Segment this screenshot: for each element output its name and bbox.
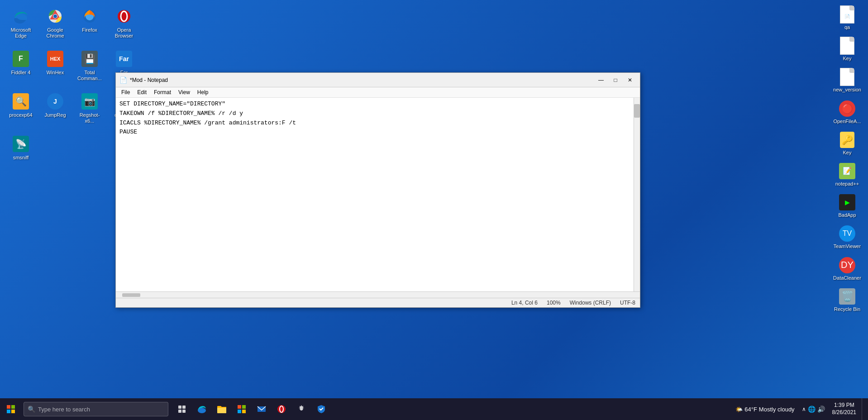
key2-icon: 🔑 (839, 132, 855, 148)
weather-widget[interactable]: 🌤️ 64°F Mostly cloudy (732, 404, 798, 415)
qa-label: qa (844, 24, 850, 30)
badapp-label: BadApp (838, 212, 856, 218)
jumpreg-label: JumpReg (44, 112, 66, 118)
notepad-titlebar: 📄 *Mod - Notepad — □ ✕ (116, 73, 640, 87)
scrollbar-horizontal[interactable] (116, 291, 640, 298)
desktop-icon-totalcommander[interactable]: 💾 Total Comman... (73, 47, 106, 88)
taskbar-store[interactable] (232, 398, 252, 420)
svg-rect-21 (238, 410, 241, 413)
desktop-icon-edge[interactable]: Microsoft Edge (5, 5, 37, 45)
key2-label: Key (843, 150, 852, 156)
svg-rect-15 (178, 410, 181, 413)
totalcommander-icon: 💾 (81, 50, 99, 68)
svg-rect-11 (7, 410, 10, 413)
edge-label: Microsoft Edge (6, 27, 35, 39)
badapp-icon: ▶ (839, 194, 855, 210)
notepad-title-text: *Mod - Notepad (130, 77, 168, 83)
scrollbar-thumb-vertical (634, 104, 640, 118)
winhex-icon: HEX (46, 50, 64, 68)
openfileA-label: OpenFileA... (833, 119, 861, 124)
chrome-icon (46, 7, 64, 25)
desktop-icon-qa[interactable]: 📄 qa (831, 5, 863, 32)
start-button[interactable] (0, 398, 22, 420)
desktop-icon-jumpreg[interactable]: J JumpReg (39, 90, 72, 130)
desktop-icon-smsniff[interactable]: 📡 smsniff (5, 132, 37, 173)
qa-icon: 📄 (839, 6, 855, 23)
menu-format[interactable]: Format (150, 88, 175, 96)
desktop-icon-firefox[interactable]: Firefox (73, 5, 106, 45)
desktop-icon-key2[interactable]: 🔑 Key (831, 130, 863, 158)
recycle-bin-label: Recycle Bin (834, 306, 860, 312)
procexp-icon: 🔍 (12, 92, 30, 110)
edge-icon (12, 7, 30, 25)
newversion-icon (839, 69, 855, 85)
encoding: UTF-8 (620, 300, 635, 306)
desktop-icon-recycle-bin[interactable]: 🗑️ Recycle Bin (831, 286, 863, 314)
notepad-window: 📄 *Mod - Notepad — □ ✕ File Edit Format … (115, 72, 640, 308)
taskbar-search-box[interactable]: 🔍 Type here to search (24, 402, 168, 416)
regshot-icon: 📷 (81, 92, 99, 110)
taskbar-edge[interactable] (192, 398, 212, 420)
titlebar-buttons: — □ ✕ (595, 76, 636, 85)
menu-file[interactable]: File (118, 88, 134, 96)
taskbar-file-explorer[interactable] (212, 398, 232, 420)
datacleaner-icon: DY (839, 257, 855, 273)
far-icon: Far (115, 50, 133, 68)
svg-rect-22 (242, 410, 246, 413)
firefox-label: Firefox (82, 27, 97, 33)
taskbar-mail[interactable] (252, 398, 272, 420)
desktop-icon-regshot[interactable]: 📷 Regshot-x6... (73, 90, 106, 130)
taskbar-settings[interactable] (291, 398, 311, 420)
desktop-icon-procexp[interactable]: 🔍 procexp64 (5, 90, 37, 130)
svg-rect-9 (7, 405, 10, 409)
smsniff-icon: 📡 (12, 135, 30, 153)
notepad-menubar: File Edit Format View Help (116, 87, 640, 98)
svg-point-4 (53, 14, 57, 18)
jumpreg-icon: J (46, 92, 64, 110)
desktop-icon-fiddler[interactable]: F Fiddler 4 (5, 47, 37, 88)
teamviewer-icon: TV (839, 225, 855, 242)
show-desktop-button[interactable] (862, 398, 864, 420)
svg-rect-10 (11, 405, 15, 409)
weather-icon: 🌤️ (735, 406, 743, 413)
desktop-icon-openfileA[interactable]: 🔴 OpenFileA... (831, 99, 863, 126)
system-clock[interactable]: 1:39 PM 8/26/2021 (829, 401, 860, 417)
menu-edit[interactable]: Edit (134, 88, 150, 96)
winhex-label: WinHex (47, 70, 64, 76)
minimize-button[interactable]: — (595, 76, 607, 85)
svg-rect-14 (182, 406, 186, 409)
taskbar-windows-security[interactable] (311, 398, 331, 420)
taskbar-right-area: 🌤️ 64°F Mostly cloudy ∧ 🌐 🔊 1:39 PM 8/26… (732, 398, 868, 420)
desktop-icon-datacleaner[interactable]: DY DataCleaner (831, 255, 863, 283)
close-button[interactable]: ✕ (624, 76, 636, 85)
taskbar-apps (172, 398, 331, 420)
desktop-icon-teamviewer[interactable]: TV TeamViewer (831, 224, 863, 251)
desktop-icon-opera[interactable]: Opera Browser (108, 5, 140, 45)
smsniff-label: smsniff (13, 155, 29, 161)
desktop-icon-chrome[interactable]: Google Chrome (39, 5, 72, 45)
desktop-icon-newversion[interactable]: new_version (831, 67, 863, 95)
notepad-statusbar: Ln 4, Col 6 100% Windows (CRLF) UTF-8 (116, 298, 640, 307)
line-ending: Windows (CRLF) (570, 300, 611, 306)
taskbar-opera[interactable] (272, 398, 291, 420)
volume-icon[interactable]: 🔊 (817, 406, 825, 413)
desktop-icon-notepadpp[interactable]: 📝 notepad++ (831, 161, 863, 189)
scrollbar-vertical[interactable] (634, 98, 640, 291)
svg-rect-20 (242, 405, 246, 409)
menu-view[interactable]: View (175, 88, 194, 96)
search-icon: 🔍 (28, 406, 35, 413)
menu-help[interactable]: Help (194, 88, 212, 96)
totalcommander-label: Total Comman... (75, 70, 104, 81)
chevron-up-icon[interactable]: ∧ (802, 406, 806, 412)
notepad-editor[interactable]: SET DIRECTORY_NAME="DIRECTORY" TAKEOWN /… (116, 98, 634, 291)
network-icon: 🌐 (808, 406, 816, 413)
maximize-button[interactable]: □ (609, 76, 622, 85)
procexp-label: procexp64 (9, 112, 32, 118)
svg-rect-16 (182, 410, 186, 413)
zoom-level: 100% (547, 300, 561, 306)
opera-label: Opera Browser (110, 27, 138, 39)
desktop-icon-key1[interactable]: Key (831, 36, 863, 63)
desktop-icon-winhex[interactable]: HEX WinHex (39, 47, 72, 88)
desktop-icon-badapp[interactable]: ▶ BadApp (831, 192, 863, 220)
taskbar-task-view[interactable] (172, 398, 192, 420)
